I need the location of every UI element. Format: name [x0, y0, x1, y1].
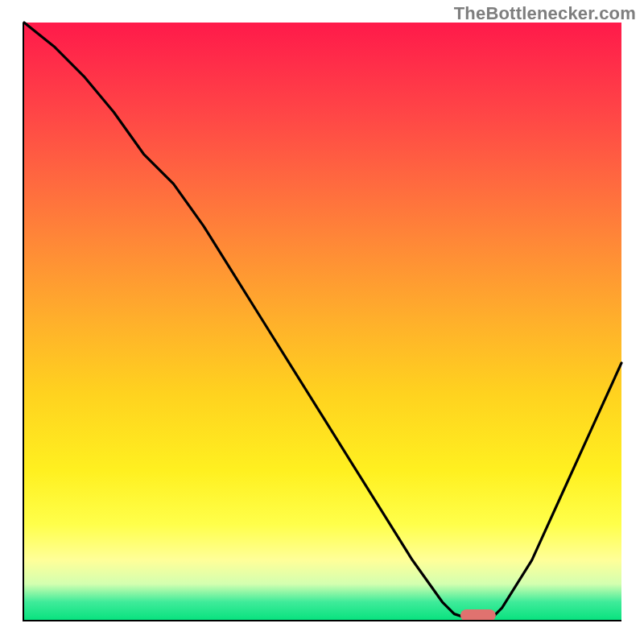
bottleneck-curve — [24, 23, 621, 620]
attribution-label: TheBottlenecker.com — [454, 3, 636, 24]
curve-path — [24, 23, 621, 620]
plot-area — [23, 23, 621, 621]
chart-frame: TheBottlenecker.com — [0, 0, 644, 644]
